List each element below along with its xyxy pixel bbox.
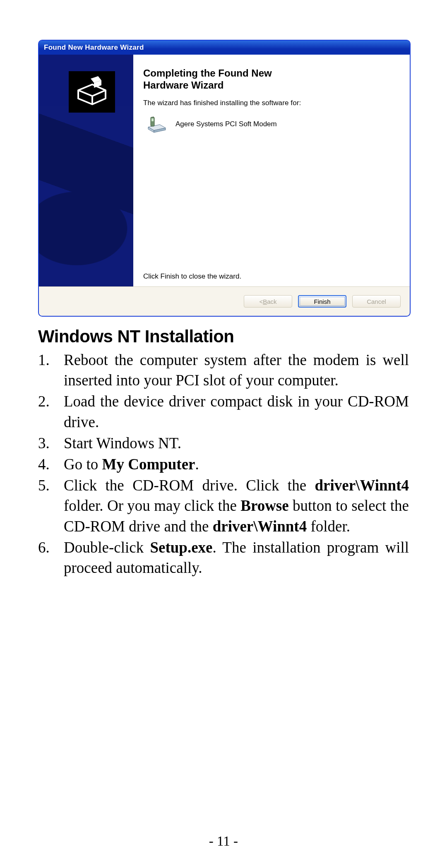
step-6: Double-click Setup.exe. The installation… (38, 537, 409, 578)
dialog-titlebar: Found New Hardware Wizard (39, 41, 410, 55)
wizard-side-illustration (39, 55, 133, 286)
back-button[interactable]: < Back (244, 295, 292, 308)
installed-device-row: Agere Systems PCI Soft Modem (146, 115, 400, 133)
page-number: - 11 - (0, 834, 447, 849)
document-page: Found New Hardware Wizard (0, 0, 447, 868)
cancel-button[interactable]: Cancel (352, 295, 401, 308)
step-5: Click the CD-ROM drive. Click the driver… (38, 475, 409, 536)
wizard-logo-icon (69, 71, 115, 113)
section-heading: Windows NT Installation (38, 327, 409, 346)
step-4: Go to My Computer. (38, 454, 409, 474)
wizard-subtext: The wizard has finished installing the s… (143, 99, 400, 107)
step-1: Reboot the computer system after the mod… (38, 350, 409, 390)
modem-icon (146, 115, 167, 133)
svg-rect-4 (151, 118, 154, 121)
hardware-wizard-dialog: Found New Hardware Wizard (38, 40, 411, 317)
step-2: Load the device driver compact disk in y… (38, 391, 409, 432)
device-name: Agere Systems PCI Soft Modem (175, 120, 277, 128)
dialog-title: Found New Hardware Wizard (44, 43, 144, 52)
install-steps: Reboot the computer system after the mod… (38, 350, 409, 578)
step-3: Start Windows NT. (38, 433, 409, 453)
finish-button[interactable]: Finish (298, 295, 346, 308)
wizard-heading: Completing the Found New Hardware Wizard (143, 67, 400, 91)
wizard-content-pane: Completing the Found New Hardware Wizard… (133, 55, 410, 286)
wizard-heading-line2: Hardware Wizard (143, 79, 224, 91)
dialog-button-row: < Back Finish Cancel (39, 286, 410, 316)
wizard-heading-line1: Completing the Found New (143, 67, 272, 79)
wizard-bottom-note: Click Finish to close the wizard. (143, 272, 241, 281)
